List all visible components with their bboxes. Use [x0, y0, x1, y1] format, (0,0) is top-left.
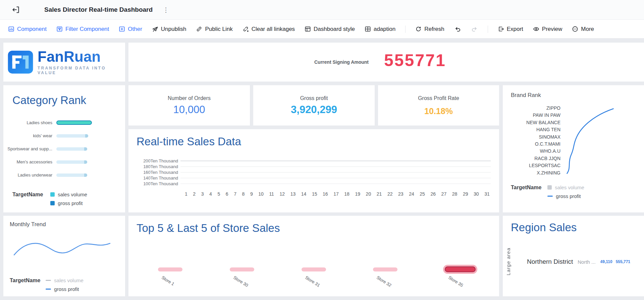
component-label: Component — [17, 26, 47, 33]
refresh-button[interactable]: Refresh — [415, 26, 444, 33]
x-axis-label: 17 — [333, 191, 339, 197]
clear-linkages-label: Clear all linkages — [252, 26, 295, 33]
unpublish-button[interactable]: Unpublish — [152, 26, 186, 33]
more-button[interactable]: More — [572, 26, 594, 33]
region-axis-label: Large area — [505, 248, 511, 276]
region-value: 49,110 — [600, 259, 612, 264]
undo-button[interactable] — [454, 26, 461, 33]
category-label: Ladies underwear — [3, 172, 56, 178]
exit-edit-button[interactable] — [11, 5, 20, 14]
legend-title: TargetName — [10, 278, 40, 292]
category-bar[interactable] — [56, 160, 87, 164]
y-axis-label: 160Ten Thousand — [128, 170, 180, 175]
kebab-menu-icon[interactable]: ⋮ — [163, 6, 169, 14]
redo-button[interactable] — [471, 26, 478, 33]
store-label: Store 1 — [161, 275, 175, 287]
logo-text: FanRuan TRANSFORM DATA INTO VALUE — [38, 49, 125, 75]
monthly-trend-line[interactable] — [12, 233, 114, 267]
store-bar-chart: Store 1 Store 30 Store 31 Store 32 — [128, 267, 499, 292]
gridline — [180, 166, 491, 167]
grid-row: 200Ten Thousand — [128, 158, 499, 164]
kpi-value: 10,000 — [173, 104, 205, 116]
category-bar[interactable] — [56, 134, 88, 138]
brand-name-label: LESPORTSAC — [503, 162, 560, 169]
adaption-button[interactable]: adaption — [365, 26, 395, 33]
undo-icon — [454, 26, 461, 33]
category-bar[interactable] — [56, 147, 87, 151]
x-axis-label: 6 — [226, 191, 228, 197]
category-bar-row: Men's accessories — [3, 155, 125, 168]
store-label: Store 30 — [232, 275, 249, 288]
x-axis-label: 7 — [234, 191, 236, 197]
public-link-label: Public Link — [205, 26, 232, 33]
export-button[interactable]: Export — [498, 26, 523, 33]
export-icon — [498, 26, 504, 32]
teal-swatch-icon — [50, 192, 55, 197]
clear-linkages-button[interactable]: Clear all linkages — [243, 26, 295, 33]
brand-name-label: PAW IN PAW — [503, 112, 560, 119]
region-sales-title: Region Sales — [511, 221, 644, 234]
gridline — [180, 184, 491, 184]
legend-item-gross-profit[interactable]: gross profit — [50, 200, 87, 206]
x-axis-label: 23 — [398, 191, 404, 197]
logo-card: FanRuan TRANSFORM DATA INTO VALUE — [3, 43, 125, 82]
store-label: Store 32 — [376, 275, 392, 288]
legend-title: TargetName — [511, 185, 541, 199]
legend-item-sales-volume[interactable]: sales volume — [50, 192, 87, 197]
region-row[interactable]: Northern District North ... 49,110 555,7… — [527, 258, 630, 265]
kpi-gross-profit-rate-card: Gross Profit Rate 10.18% — [378, 85, 499, 126]
store-slot: Store 1 — [158, 267, 192, 292]
legend-item-gross-profit[interactable]: gross profit — [547, 193, 584, 199]
y-axis-label: 180Ten Thousand — [128, 164, 180, 169]
x-axis-label: 1 — [185, 191, 187, 197]
realtime-sales-title: Real-time Sales Data — [137, 135, 499, 148]
x-axis-label: 22 — [387, 191, 393, 197]
category-rank-card: Category Rank Ladies shoes kids' wear Sp… — [3, 85, 125, 212]
x-axis-label: 19 — [355, 191, 360, 197]
brand-name-label: SINOMAX — [503, 134, 560, 141]
store-bar[interactable] — [373, 267, 397, 271]
signing-amount-value: 555771 — [384, 51, 446, 70]
store-slot: Store 35 — [445, 267, 478, 292]
x-axis-label: 27 — [441, 191, 447, 197]
legend-item-sales-volume[interactable]: sales volume — [547, 185, 584, 190]
x-axis-labels: 1234567891011121314151617181920212223242… — [185, 191, 490, 197]
x-axis-label: 31 — [484, 191, 490, 197]
toolbar: Component Filter Component Other Unpubli… — [0, 20, 644, 39]
legend-label: gross profit — [54, 286, 79, 292]
store-bar[interactable] — [158, 267, 182, 271]
store-bar[interactable] — [230, 267, 254, 271]
toolbar-separator — [405, 26, 406, 33]
store-bar[interactable] — [302, 267, 326, 271]
legend-item-sales-volume[interactable]: sales volume — [46, 278, 84, 283]
category-legend: TargetName sales volume gross profit — [12, 192, 125, 206]
realtime-grid: 200Ten Thousand 180Ten Thousand 160Ten T… — [128, 158, 499, 187]
other-label: Other — [128, 26, 142, 33]
filter-component-button[interactable]: Filter Component — [56, 26, 109, 33]
top-stores-card: Top 5 & Last 5 of Store Sales Store 1 St… — [128, 216, 499, 296]
kpi-gross-profit-card: Gross profit 3,920,299 — [253, 85, 375, 126]
category-bar[interactable] — [56, 120, 92, 125]
region-name: Northern District — [527, 258, 573, 265]
realtime-sales-card: Real-time Sales Data 200Ten Thousand 180… — [128, 129, 499, 212]
dashboard-style-button[interactable]: Dashboard style — [305, 26, 355, 33]
public-link-button[interactable]: Public Link — [196, 26, 232, 33]
top-header: Sales Director Real-time Dashboard ⋮ — [0, 0, 644, 20]
redo-icon — [471, 26, 478, 33]
x-axis-label: 21 — [377, 191, 382, 197]
store-bar[interactable] — [445, 266, 476, 272]
component-button[interactable]: Component — [8, 26, 47, 33]
brand-rank-line[interactable] — [562, 105, 618, 177]
brand-name-label: O.C.T.MAMI — [503, 141, 560, 148]
gray-swatch-icon — [547, 185, 552, 190]
more-icon — [572, 26, 578, 32]
legend-label: gross profit — [556, 193, 581, 199]
other-button[interactable]: Other — [119, 26, 142, 33]
top-stores-title: Top 5 & Last 5 of Store Sales — [137, 222, 499, 235]
fanruan-logo-icon — [7, 49, 34, 75]
legend-item-gross-profit[interactable]: gross profit — [46, 286, 84, 292]
preview-button[interactable]: Preview — [533, 26, 562, 33]
x-axis-label: 18 — [344, 191, 350, 197]
category-bar[interactable] — [56, 173, 87, 177]
grid-row: 180Ten Thousand — [128, 164, 499, 169]
